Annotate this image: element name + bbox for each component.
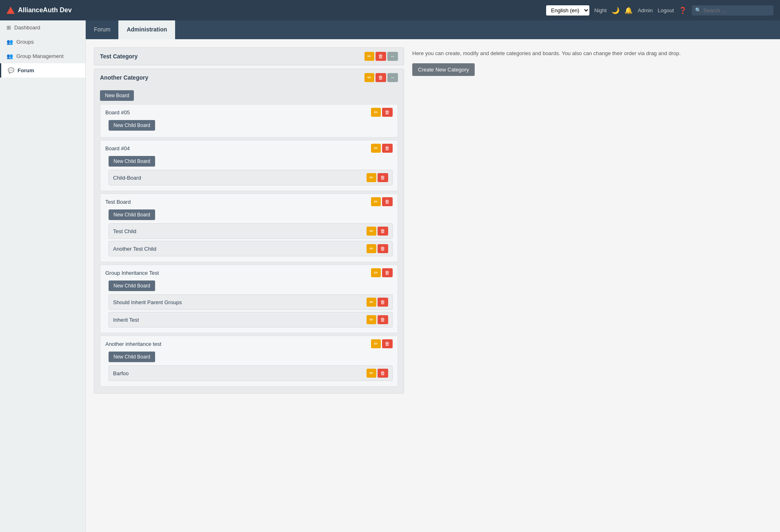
child-board-header-inherit-test: Inherit Test ✏ 🗑 — [109, 312, 392, 327]
sidebar-item-dashboard[interactable]: ⊞ Dashboard — [0, 20, 85, 35]
navbar: AllianceAuth Dev English (en) Night 🌙 🔔 … — [0, 0, 780, 20]
child-board-row-should-inherit: Should Inherit Parent Groups ✏ 🗑 — [109, 294, 393, 310]
moon-icon[interactable]: 🌙 — [611, 7, 620, 14]
sidebar-item-label: Group Management — [16, 53, 64, 59]
category-title-another-category: Another Category — [100, 74, 148, 81]
help-icon[interactable]: ❓ — [679, 7, 687, 14]
info-section: Here you can create, modify and delete c… — [412, 47, 772, 397]
child-board-actions-inherit-test: ✏ 🗑 — [367, 315, 388, 324]
child-board-actions-barfoo: ✏ 🗑 — [367, 369, 388, 378]
info-description: Here you can create, modify and delete c… — [412, 49, 772, 58]
delete-board-05-button[interactable]: 🗑 — [382, 108, 393, 117]
child-board-title-another-test-child: Another Test Child — [113, 246, 156, 252]
admin-link[interactable]: Admin — [638, 7, 653, 13]
board-title-group-inheritance-test: Group Inheritance Test — [105, 270, 159, 276]
child-board-actions-should-inherit: ✏ 🗑 — [367, 298, 388, 307]
delete-board-04-button[interactable]: 🗑 — [382, 144, 393, 153]
edit-test-category-button[interactable]: ✏ — [364, 52, 374, 61]
new-child-board-button-another-inheritance-test[interactable]: New Child Board — [109, 352, 155, 362]
sidebar-item-forum[interactable]: 💬 Forum — [0, 63, 85, 78]
navbar-right: English (en) Night 🌙 🔔 Admin Logout ❓ 🔍 — [546, 5, 773, 16]
sidebar-item-group-management[interactable]: 👥 Group Management — [0, 49, 85, 63]
edit-another-test-child-button[interactable]: ✏ — [367, 244, 376, 253]
edit-group-inheritance-test-button[interactable]: ✏ — [371, 268, 381, 277]
board-actions-test-board: ✏ 🗑 — [371, 197, 393, 206]
logo-icon — [7, 7, 15, 14]
bell-icon[interactable]: 🔔 — [624, 7, 633, 14]
board-header-board-04: Board #04 ✏ 🗑 — [100, 140, 398, 156]
new-board-button[interactable]: New Board — [100, 90, 134, 101]
new-child-board-button-group-inheritance-test[interactable]: New Child Board — [109, 280, 155, 291]
child-board-row-another-test-child: Another Test Child ✏ 🗑 — [109, 241, 393, 256]
new-child-board-button-board-04[interactable]: New Child Board — [109, 156, 155, 167]
content-area: Test Category ✏ 🗑 ↔ Another Category ✏ 🗑… — [86, 39, 780, 405]
delete-barfoo-button[interactable]: 🗑 — [378, 369, 388, 378]
delete-should-inherit-button[interactable]: 🗑 — [378, 298, 388, 307]
brand-logo[interactable]: AllianceAuth Dev — [7, 7, 72, 14]
sidebar: ⊞ Dashboard 👥 Groups 👥 Group Management … — [0, 20, 86, 405]
child-board-header-another-test-child: Another Test Child ✏ 🗑 — [109, 241, 392, 256]
child-board-row-child-board: Child-Board ✏ 🗑 — [109, 170, 393, 185]
logout-link[interactable]: Logout — [658, 7, 674, 13]
board-title-test-board: Test Board — [105, 199, 131, 205]
edit-test-board-button[interactable]: ✏ — [371, 197, 381, 206]
board-header-test-board: Test Board ✏ 🗑 — [100, 194, 398, 209]
board-header-group-inheritance-test: Group Inheritance Test ✏ 🗑 — [100, 265, 398, 280]
language-select[interactable]: English (en) — [546, 5, 589, 16]
tab-forum[interactable]: Forum — [86, 20, 118, 39]
edit-board-04-button[interactable]: ✏ — [371, 144, 381, 153]
forum-icon: 💬 — [8, 67, 14, 73]
create-new-category-button[interactable]: Create New Category — [412, 63, 475, 76]
category-body-another-category: New Board Board #05 ✏ 🗑 — [94, 86, 404, 393]
delete-group-inheritance-test-button[interactable]: 🗑 — [382, 268, 393, 277]
delete-another-category-button[interactable]: 🗑 — [376, 73, 386, 82]
delete-test-child-button[interactable]: 🗑 — [378, 227, 388, 236]
tab-administration[interactable]: Administration — [118, 20, 175, 39]
delete-inherit-test-button[interactable]: 🗑 — [378, 315, 388, 324]
sidebar-item-label: Dashboard — [14, 24, 40, 31]
sidebar-item-label: Groups — [16, 39, 34, 45]
child-board-row-inherit-test: Inherit Test ✏ 🗑 — [109, 312, 393, 327]
new-child-board-button-board-05[interactable]: New Child Board — [109, 120, 155, 131]
groups-icon: 👥 — [7, 39, 13, 45]
delete-child-board-button[interactable]: 🗑 — [378, 173, 388, 182]
edit-child-board-button[interactable]: ✏ — [367, 173, 376, 182]
child-board-title-inherit-test: Inherit Test — [113, 317, 139, 323]
child-board-title-test-child: Test Child — [113, 228, 136, 234]
category-block-test-category: Test Category ✏ 🗑 ↔ — [94, 47, 404, 65]
brand-title: AllianceAuth Dev — [18, 7, 72, 14]
edit-another-inheritance-test-button[interactable]: ✏ — [371, 339, 381, 348]
board-row-board-05: Board #05 ✏ 🗑 New Child Board — [100, 104, 398, 138]
edit-inherit-test-button[interactable]: ✏ — [367, 315, 376, 324]
board-header-board-05: Board #05 ✏ 🗑 — [100, 105, 398, 120]
child-board-actions-another-test-child: ✏ 🗑 — [367, 244, 388, 253]
edit-barfoo-button[interactable]: ✏ — [367, 369, 376, 378]
child-board-actions-child-board: ✏ 🗑 — [367, 173, 388, 182]
search-input[interactable] — [692, 5, 773, 16]
search-icon: 🔍 — [695, 7, 701, 13]
child-board-title-should-inherit: Should Inherit Parent Groups — [113, 299, 182, 305]
edit-should-inherit-button[interactable]: ✏ — [367, 298, 376, 307]
delete-another-inheritance-test-button[interactable]: 🗑 — [382, 339, 393, 348]
collapse-another-category-button[interactable]: ↔ — [387, 73, 398, 82]
edit-test-child-button[interactable]: ✏ — [367, 227, 376, 236]
sidebar-item-groups[interactable]: 👥 Groups — [0, 35, 85, 49]
board-header-another-inheritance-test: Another inheritance test ✏ 🗑 — [100, 336, 398, 352]
night-mode-link[interactable]: Night — [594, 7, 607, 13]
board-actions-another-inheritance-test: ✏ 🗑 — [371, 339, 393, 348]
delete-test-category-button[interactable]: 🗑 — [376, 52, 386, 61]
new-child-board-button-test-board[interactable]: New Child Board — [109, 209, 155, 220]
board-title-board-05: Board #05 — [105, 109, 130, 116]
edit-another-category-button[interactable]: ✏ — [364, 73, 374, 82]
forum-section: Test Category ✏ 🗑 ↔ Another Category ✏ 🗑… — [94, 47, 404, 397]
delete-test-board-button[interactable]: 🗑 — [382, 197, 393, 206]
child-board-row-barfoo: Barfoo ✏ 🗑 — [109, 365, 393, 381]
category-title-test-category: Test Category — [100, 53, 138, 60]
category-header-another-category: Another Category ✏ 🗑 ↔ — [94, 69, 404, 86]
board-actions-board-04: ✏ 🗑 — [371, 144, 393, 153]
edit-board-05-button[interactable]: ✏ — [371, 108, 381, 117]
board-row-test-board: Test Board ✏ 🗑 New Child Board — [100, 194, 398, 262]
board-row-board-04: Board #04 ✏ 🗑 New Child Board — [100, 140, 398, 191]
delete-another-test-child-button[interactable]: 🗑 — [378, 244, 388, 253]
collapse-test-category-button[interactable]: ↔ — [387, 52, 398, 61]
